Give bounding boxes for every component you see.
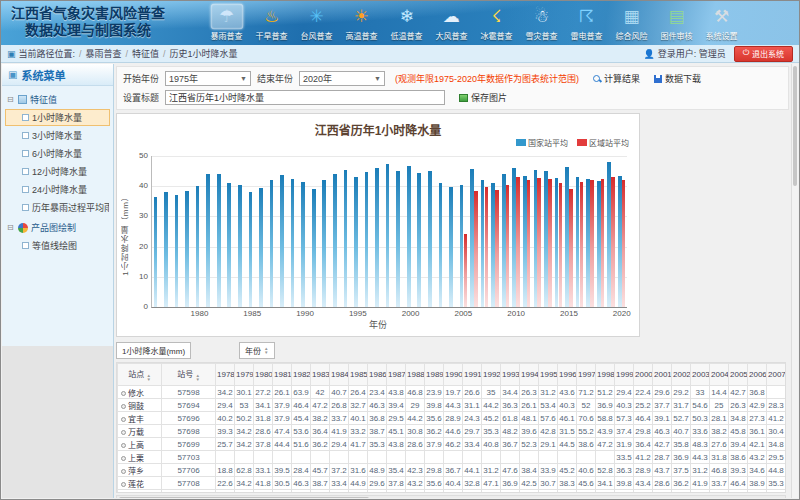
year-column-header[interactable]: 1984 bbox=[330, 364, 349, 386]
value-cell: 34.2 bbox=[235, 438, 254, 451]
row-expand-icon[interactable] bbox=[121, 417, 126, 422]
toolbar-item-rainstorm[interactable]: ☂暴雨普查 bbox=[204, 4, 249, 41]
toolbar-item-map-review[interactable]: ▤图件审核 bbox=[654, 4, 699, 41]
year-column-header[interactable]: 1993 bbox=[501, 364, 520, 386]
legend-item[interactable]: 国家站平均 bbox=[516, 137, 568, 148]
row-expand-icon[interactable] bbox=[121, 482, 126, 487]
vertical-scrollbar[interactable] bbox=[791, 64, 798, 498]
value-cell: 37.6 bbox=[482, 490, 501, 494]
logout-button[interactable]: ⏻ 退出系统 bbox=[734, 46, 793, 62]
year-column-header[interactable]: 1988 bbox=[406, 364, 425, 386]
row-expand-icon[interactable] bbox=[121, 456, 126, 461]
toolbar-item-gale[interactable]: ☁大风普查 bbox=[429, 4, 474, 41]
year-column-header[interactable]: 1982 bbox=[292, 364, 311, 386]
year-column-header[interactable]: 2006 bbox=[748, 364, 767, 386]
toolbar-item-hail[interactable]: ☇冰雹普查 bbox=[474, 4, 519, 41]
year-column-header[interactable]: 1979 bbox=[235, 364, 254, 386]
year-column-header[interactable]: 1981 bbox=[273, 364, 292, 386]
start-year-select[interactable]: 1975年▼ bbox=[165, 71, 251, 86]
sidebar-item-3h[interactable]: 3小时降水量 bbox=[5, 127, 110, 144]
value-cell: 55.2 bbox=[577, 425, 596, 438]
toolbar-item-snow[interactable]: ☃雪灾普查 bbox=[519, 4, 564, 41]
year-column-header[interactable]: 1985 bbox=[349, 364, 368, 386]
row-expand-icon[interactable] bbox=[121, 404, 126, 409]
value-cell: 34.4 bbox=[501, 386, 520, 399]
table-row[interactable]: 万载5769839.334.228.647.453.636.441.933.23… bbox=[118, 425, 786, 438]
year-column-header[interactable]: 1992 bbox=[482, 364, 501, 386]
year-column-header[interactable]: 1999 bbox=[615, 364, 634, 386]
year-column-header[interactable]: 1989 bbox=[425, 364, 444, 386]
row-expand-icon[interactable] bbox=[121, 430, 126, 435]
table-row[interactable]: 莲花5770822.634.241.830.546.338.733.444.92… bbox=[118, 477, 786, 490]
breadcrumb-item-group[interactable]: 特征值 bbox=[132, 47, 159, 60]
year-column-header[interactable]: 2004 bbox=[710, 364, 729, 386]
row-expand-icon[interactable] bbox=[121, 391, 126, 396]
column-header[interactable]: 站点 ▲▼ bbox=[118, 364, 162, 386]
year-column-header[interactable]: 2003 bbox=[691, 364, 710, 386]
year-column-header[interactable]: 2001 bbox=[653, 364, 672, 386]
column-header[interactable]: 站号 ▲▼ bbox=[162, 364, 216, 386]
scrollbar-thumb[interactable] bbox=[119, 497, 369, 498]
save-image-button[interactable]: 保存图片 bbox=[459, 91, 507, 104]
year-column-header[interactable]: 1980 bbox=[254, 364, 273, 386]
year-column-header[interactable]: 1978 bbox=[216, 364, 235, 386]
row-expand-icon[interactable] bbox=[121, 443, 126, 448]
year-column-header[interactable]: 1983 bbox=[311, 364, 330, 386]
toolbar-item-typhoon[interactable]: ✳台风普查 bbox=[294, 4, 339, 41]
year-column-header[interactable]: 1990 bbox=[444, 364, 463, 386]
year-column-header[interactable]: 1994 bbox=[520, 364, 539, 386]
year-column-header[interactable]: 2002 bbox=[672, 364, 691, 386]
sidebar-item-label: 1小时降水量 bbox=[32, 111, 82, 124]
year-column-header[interactable]: 2005 bbox=[729, 364, 748, 386]
station-name: 莲花 bbox=[128, 480, 144, 489]
legend-item[interactable]: 区域站平均 bbox=[577, 137, 629, 148]
year-column-header[interactable]: 2007 bbox=[767, 364, 786, 386]
scrollbar-thumb[interactable] bbox=[793, 66, 797, 186]
bar-regional-2019 bbox=[611, 177, 615, 307]
year-column-header[interactable]: 1987 bbox=[387, 364, 406, 386]
toolbar-item-settings[interactable]: ⚒系统设置 bbox=[699, 4, 744, 41]
year-column-header[interactable]: 2000 bbox=[634, 364, 653, 386]
year-column-header[interactable]: 1998 bbox=[596, 364, 615, 386]
end-year-select[interactable]: 2020年▼ bbox=[299, 71, 385, 86]
toolbar-item-risk[interactable]: ▦综合风险 bbox=[609, 4, 654, 41]
row-expand-icon[interactable] bbox=[121, 469, 126, 474]
table-row[interactable]: 上高5769925.734.237.844.451.636.229.441.73… bbox=[118, 438, 786, 451]
year-column-header[interactable]: 1986 bbox=[368, 364, 387, 386]
sidebar-item-storm-avg[interactable]: 历年暴雨过程平均雨量 bbox=[5, 199, 110, 216]
value-cell: 45.6 bbox=[577, 477, 596, 490]
download-button[interactable]: 数据下载 bbox=[654, 72, 701, 85]
breadcrumb-item-page[interactable]: 历史1小时降水量 bbox=[170, 47, 238, 60]
tree-group-products[interactable]: ⊟产品图绘制 bbox=[5, 219, 110, 236]
year-column-header[interactable]: 1995 bbox=[539, 364, 558, 386]
sidebar-item-6h[interactable]: 6小时降水量 bbox=[5, 145, 110, 162]
table-horizontal-scrollbar[interactable] bbox=[116, 495, 786, 498]
table-row[interactable]: 宜丰5769640.250.231.837.945.438.233.740.13… bbox=[118, 412, 786, 425]
collapse-icon[interactable]: ⊟ bbox=[7, 223, 15, 232]
breadcrumb-item-category[interactable]: 暴雨普查 bbox=[86, 47, 122, 60]
sidebar-item-isoline[interactable]: 等值线绘图 bbox=[5, 237, 110, 254]
year-column-header[interactable]: 1991 bbox=[463, 364, 482, 386]
station-name: 萍乡 bbox=[128, 467, 144, 476]
year-column-header[interactable]: 1996 bbox=[558, 364, 577, 386]
year-column-header[interactable]: 1997 bbox=[577, 364, 596, 386]
table-row[interactable]: 修水5759834.230.127.226.163.94240.726.423.… bbox=[118, 386, 786, 399]
table-row[interactable]: 铜鼓5769429.45334.137.946.447.226.832.746.… bbox=[118, 399, 786, 412]
toolbar-item-low-temp[interactable]: ❄低温普查 bbox=[384, 4, 429, 41]
toolbar-item-high-temp[interactable]: ☀高温普查 bbox=[339, 4, 384, 41]
value-cell: 45.8 bbox=[729, 425, 748, 438]
station-cell: 分宜 bbox=[118, 490, 162, 494]
tree-group-features[interactable]: ⊟特征值 bbox=[5, 91, 110, 108]
sidebar-item-12h[interactable]: 12小时降水量 bbox=[5, 163, 110, 180]
table-row[interactable]: 分宜5779323.835.930.242.637.444.831.639.24… bbox=[118, 490, 786, 494]
sidebar-item-1h[interactable]: 1小时降水量 bbox=[5, 109, 110, 126]
toolbar-item-thunder[interactable]: ☈雷电普查 bbox=[564, 4, 609, 41]
toolbar-item-drought[interactable]: ♨干旱普查 bbox=[249, 4, 294, 41]
table-row[interactable]: 萍乡5770618.862.833.139.528.445.737.231.64… bbox=[118, 464, 786, 477]
collapse-icon[interactable]: ⊟ bbox=[7, 95, 15, 104]
year-sort-control[interactable]: 年份 ▲▼ bbox=[239, 342, 274, 359]
sidebar-item-24h[interactable]: 24小时降水量 bbox=[5, 181, 110, 198]
calculate-button[interactable]: 计算结果 bbox=[593, 72, 640, 85]
chart-title-input[interactable] bbox=[165, 90, 445, 105]
table-row[interactable]: 上栗5770333.541.228.736.944.331.838.643.22… bbox=[118, 451, 786, 464]
